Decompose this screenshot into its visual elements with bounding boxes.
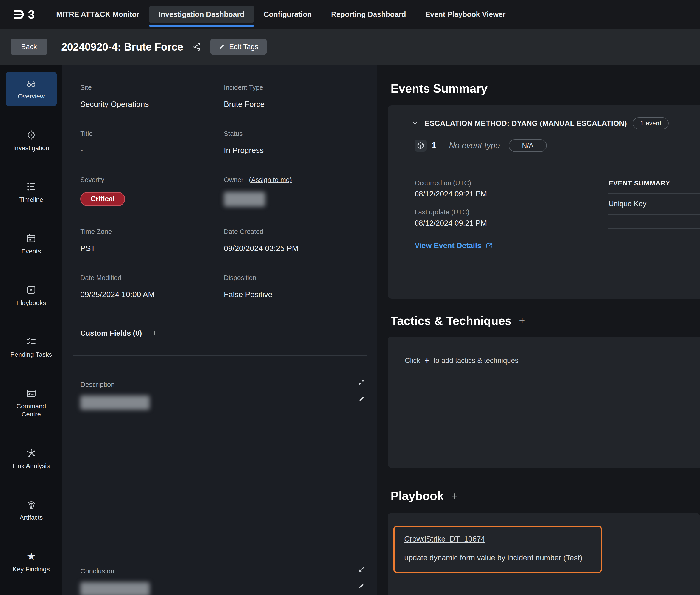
event-summary-column-header: EVENT SUMMARY <box>609 179 700 187</box>
field-date-created: Date Created 09/20/2024 03:25 PM <box>224 228 368 253</box>
target-icon <box>26 130 36 140</box>
timeline-icon <box>26 181 36 192</box>
field-severity: Severity Critical <box>80 176 224 206</box>
add-tactic-button[interactable]: + <box>519 315 525 326</box>
incident-details-panel: Site Security Operations Incident Type B… <box>62 65 377 595</box>
field-title: Title - <box>80 130 224 155</box>
external-link-icon <box>486 242 493 249</box>
sidebar-item-playbooks[interactable]: Playbooks <box>5 278 57 313</box>
table-divider <box>609 215 700 215</box>
playbook-title: Playbook <box>391 489 444 503</box>
chevron-down-icon[interactable] <box>411 120 419 127</box>
sidebar-item-investigation[interactable]: Investigation <box>5 123 57 158</box>
conclusion-label: Conclusion <box>80 567 367 575</box>
expand-icon[interactable] <box>358 379 365 386</box>
edit-tags-button[interactable]: Edit Tags <box>210 39 267 55</box>
tactics-techniques-title: Tactics & Techniques <box>391 314 512 328</box>
add-playbook-button[interactable]: + <box>451 490 457 501</box>
edit-description-pencil-icon[interactable] <box>358 396 365 402</box>
escalation-method-label: ESCALATION METHOD: DYANG (MANUAL ESCALAT… <box>425 119 627 128</box>
edit-conclusion-pencil-icon[interactable] <box>358 583 365 589</box>
tactics-techniques-card: Click + to add tactics & techniques <box>387 337 700 468</box>
conclusion-section: Conclusion <box>80 567 367 595</box>
nav-configuration[interactable]: Configuration <box>254 5 321 23</box>
sidebar-item-events[interactable]: Events <box>5 227 57 261</box>
table-divider <box>609 228 700 229</box>
occurred-value: 08/12/2024 09:21 PM <box>415 190 609 198</box>
binoculars-icon <box>26 78 36 89</box>
expand-icon[interactable] <box>358 566 365 573</box>
d3-logo[interactable]: 3 <box>13 7 34 21</box>
field-date-modified: Date Modified 09/25/2024 10:00 AM <box>80 274 224 299</box>
field-time-zone: Time Zone PST <box>80 228 224 253</box>
top-navigation: 3 MITRE ATT&CK Monitor Investigation Das… <box>0 0 700 29</box>
field-site: Site Security Operations <box>80 84 224 109</box>
description-content-redacted <box>80 396 150 410</box>
network-icon <box>26 448 36 458</box>
summary-column: Events Summary ESCALATION METHOD: DYANG … <box>377 65 700 595</box>
custom-fields-title: Custom Fields (0) <box>80 329 142 337</box>
calendar-icon <box>26 233 36 244</box>
nav-event-playbook-viewer[interactable]: Event Playbook Viewer <box>416 5 515 23</box>
event-row[interactable]: 1 - No event type N/A <box>415 139 700 152</box>
event-count-badge: 1 event <box>633 117 669 129</box>
playbook-highlight-annotation: CrowdStrike_DT_10674 update dynamic form… <box>393 526 602 573</box>
last-update-value: 08/12/2024 09:21 PM <box>415 219 609 227</box>
incident-title: 20240920-4: Brute Force <box>61 40 183 53</box>
event-meta: Occurred on (UTC) 08/12/2024 09:21 PM La… <box>415 179 609 250</box>
incident-fields: Site Security Operations Incident Type B… <box>80 84 367 320</box>
panel-divider <box>72 356 367 356</box>
incident-header-bar: Back 20240920-4: Brute Force Edit Tags <box>0 29 700 65</box>
description-label: Description <box>80 380 367 389</box>
investigation-dashboard-page: 3 MITRE ATT&CK Monitor Investigation Das… <box>0 0 700 595</box>
sidebar-item-overview[interactable]: Overview <box>5 72 57 106</box>
sidebar: Overview Investigation Timeline <box>0 65 62 595</box>
event-number: 1 <box>432 141 436 150</box>
event-na-badge: N/A <box>509 139 547 152</box>
sidebar-item-artifacts[interactable]: Artifacts <box>5 493 57 528</box>
terminal-window-icon <box>26 388 36 398</box>
plus-icon: + <box>425 357 429 365</box>
back-button[interactable]: Back <box>11 38 47 55</box>
summary-row-unique-key: Unique Key <box>609 194 700 208</box>
nav-reporting-dashboard[interactable]: Reporting Dashboard <box>321 5 416 23</box>
edit-tags-label: Edit Tags <box>229 43 258 51</box>
d3-logo-icon <box>13 8 27 21</box>
star-icon: ★ <box>26 551 36 562</box>
playbook-card: CrowdStrike_DT_10674 update dynamic form… <box>387 513 700 595</box>
sidebar-item-pending-tasks[interactable]: Pending Tasks <box>5 330 57 365</box>
severity-badge: Critical <box>80 192 125 206</box>
sidebar-item-timeline[interactable]: Timeline <box>5 175 57 209</box>
panel-divider <box>72 542 367 542</box>
nav-investigation-dashboard[interactable]: Investigation Dashboard <box>149 5 254 23</box>
field-status: Status In Progress <box>224 130 368 155</box>
playbook-link-crowdstrike[interactable]: CrowdStrike_DT_10674 <box>404 535 582 543</box>
fingerprint-icon <box>26 499 36 510</box>
escalation-group-header[interactable]: ESCALATION METHOD: DYANG (MANUAL ESCALAT… <box>411 117 700 129</box>
play-window-icon <box>26 285 36 295</box>
add-custom-field-button[interactable]: + <box>151 328 157 338</box>
conclusion-content-redacted <box>80 582 150 595</box>
events-summary-title: Events Summary <box>391 82 488 95</box>
event-cube-box <box>415 140 427 151</box>
events-summary-card: ESCALATION METHOD: DYANG (MANUAL ESCALAT… <box>387 105 700 299</box>
assign-to-me-link[interactable]: (Assign to me) <box>249 176 292 183</box>
sidebar-item-link-analysis[interactable]: Link Analysis <box>5 441 57 476</box>
sidebar-item-command-centre[interactable]: Command Centre <box>5 381 57 424</box>
field-disposition: Disposition False Positive <box>224 274 368 299</box>
owner-value-redacted <box>224 192 265 206</box>
sidebar-item-key-findings[interactable]: ★ Key Findings <box>5 544 57 579</box>
tactics-empty-state: Click + to add tactics & techniques <box>405 357 700 365</box>
nav-mitre-attck-monitor[interactable]: MITRE ATT&CK Monitor <box>47 5 149 23</box>
playbook-link-update-dynamic-form[interactable]: update dynamic form value by incident nu… <box>404 554 582 562</box>
checklist-icon <box>26 336 36 347</box>
cube-icon <box>417 142 425 149</box>
d3-logo-text: 3 <box>28 7 34 21</box>
view-event-details-link[interactable]: View Event Details <box>415 241 609 250</box>
field-owner: Owner (Assign to me) <box>224 176 368 206</box>
custom-fields-section: Custom Fields (0) + <box>80 328 367 338</box>
share-icon[interactable] <box>193 42 201 51</box>
event-summary-table: EVENT SUMMARY Unique Key <box>609 179 700 250</box>
pencil-icon <box>218 44 225 50</box>
field-incident-type: Incident Type Brute Force <box>224 84 368 109</box>
